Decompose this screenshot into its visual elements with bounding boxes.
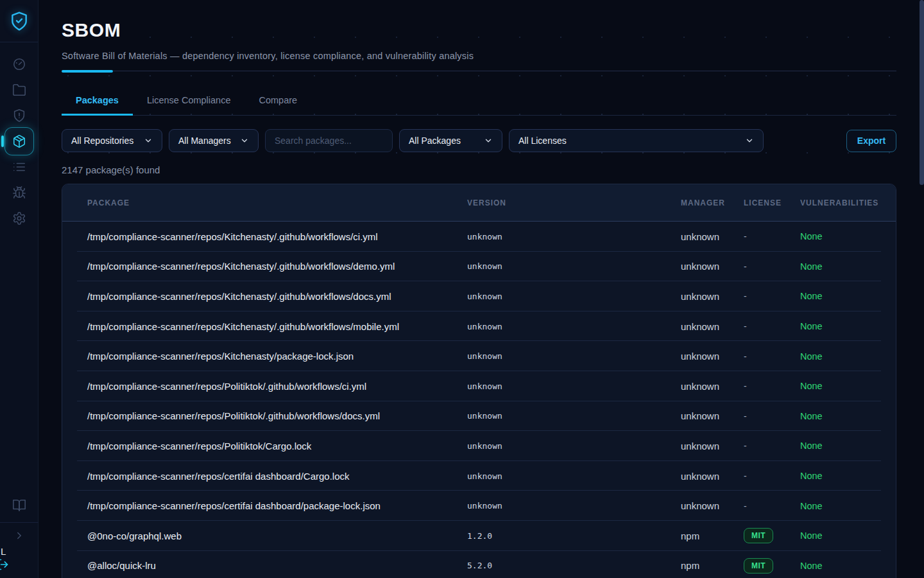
package-vulnerabilities: None [800, 231, 896, 241]
repositories-filter-select[interactable]: All Repositories [62, 129, 162, 152]
package-version: unknown [467, 292, 681, 301]
package-manager: unknown [681, 261, 744, 272]
repositories-filter-value: All Repositories [71, 136, 133, 146]
package-vulnerabilities: None [800, 441, 896, 451]
sidebar-item-dashboard[interactable] [0, 51, 38, 77]
table-row: /tmp/compliance-scanner/repos/Kitchenast… [62, 341, 896, 371]
chevron-down-icon [745, 136, 754, 145]
package-license: - [744, 501, 800, 511]
package-license: - [744, 471, 800, 481]
chevron-down-icon [144, 136, 153, 145]
column-header-manager: MANAGER [681, 198, 744, 207]
package-manager: npm [681, 560, 744, 571]
app-logo[interactable] [0, 0, 38, 42]
column-header-license: LICENSE [744, 198, 800, 207]
sidebar-item-vulnerabilities[interactable] [0, 103, 38, 128]
package-license: - [744, 321, 800, 331]
vertical-scrollbar-thumb[interactable] [920, 0, 924, 185]
package-manager: npm [681, 530, 744, 541]
list-icon [12, 160, 26, 174]
packages-filter-value: All Packages [409, 136, 461, 146]
shield-check-icon [9, 11, 30, 31]
package-license: MIT [744, 528, 800, 543]
gauge-icon [12, 57, 26, 71]
table-row: /tmp/compliance-scanner/repos/Politiktok… [62, 431, 896, 461]
license-badge: MIT [744, 528, 773, 543]
package-vulnerabilities: None [800, 381, 896, 391]
tab-packages[interactable]: Packages [62, 95, 133, 116]
sidebar-item-docs[interactable] [0, 493, 38, 518]
package-path: /tmp/compliance-scanner/repos/certifai d… [62, 500, 467, 511]
shield-alert-icon [12, 109, 26, 123]
sidebar-collapse-button[interactable] [0, 524, 38, 547]
package-path: /tmp/compliance-scanner/repos/Politiktok… [62, 381, 467, 392]
package-license: - [744, 381, 800, 391]
package-path: /tmp/compliance-scanner/repos/Kitchenast… [62, 231, 467, 242]
table-row: @0no-co/graphql.web 1.2.0 npm MIT None [62, 521, 896, 551]
main-content: SBOM Software Bill of Materials — depend… [38, 0, 924, 578]
column-header-package: PACKAGE [62, 198, 467, 207]
table-row: /tmp/compliance-scanner/repos/Kitchenast… [62, 252, 896, 282]
tab-compare[interactable]: Compare [245, 95, 312, 116]
sidebar-item-settings[interactable] [0, 206, 38, 231]
package-manager: unknown [681, 291, 744, 302]
package-vulnerabilities: None [800, 501, 896, 511]
package-vulnerabilities: None [800, 471, 896, 481]
sidebar: L [0, 0, 38, 578]
package-license: - [744, 351, 800, 362]
sidebar-item-audit-list[interactable] [0, 154, 38, 180]
logout-icon[interactable] [0, 558, 9, 571]
table-row: /tmp/compliance-scanner/repos/certifai d… [62, 461, 896, 491]
package-version: unknown [467, 471, 681, 481]
table-row: /tmp/compliance-scanner/repos/Politiktok… [62, 371, 896, 401]
licenses-filter-select[interactable]: All Licenses [509, 129, 764, 152]
sidebar-nav [0, 51, 38, 231]
managers-filter-select[interactable]: All Managers [169, 129, 259, 152]
package-version: unknown [467, 411, 681, 421]
package-vulnerabilities: None [800, 351, 896, 362]
package-license: - [744, 231, 800, 241]
export-button[interactable]: Export [846, 130, 896, 152]
search-input[interactable] [265, 129, 393, 152]
package-vulnerabilities: None [800, 530, 896, 541]
chevron-down-icon [484, 136, 493, 145]
sidebar-item-sbom[interactable] [0, 127, 38, 155]
license-badge: MIT [744, 558, 773, 574]
table-row: /tmp/compliance-scanner/repos/certifai d… [62, 491, 896, 521]
package-version: unknown [467, 351, 681, 361]
package-manager: unknown [681, 351, 744, 362]
package-vulnerabilities: None [800, 261, 896, 272]
licenses-filter-value: All Licenses [518, 136, 567, 146]
package-path: /tmp/compliance-scanner/repos/Politiktok… [62, 441, 467, 451]
package-version: unknown [467, 501, 681, 511]
page-subtitle: Software Bill of Materials — dependency … [62, 51, 896, 61]
package-version: unknown [467, 261, 681, 271]
active-nav-highlight [4, 127, 34, 155]
gear-icon [12, 211, 26, 225]
packages-filter-select[interactable]: All Packages [399, 129, 502, 152]
package-version: unknown [467, 322, 681, 331]
package-manager: unknown [681, 410, 744, 421]
sidebar-overflow-area: L [0, 547, 38, 578]
tab-license-compliance[interactable]: License Compliance [133, 95, 245, 116]
table-row: /tmp/compliance-scanner/repos/Kitchenast… [62, 311, 896, 342]
sidebar-item-repositories[interactable] [0, 77, 38, 103]
package-manager: unknown [681, 231, 744, 242]
column-header-version: VERSION [467, 198, 681, 207]
package-manager: unknown [681, 471, 744, 482]
table-header-row: PACKAGE VERSION MANAGER LICENSE VULNERAB… [62, 184, 896, 222]
package-vulnerabilities: None [800, 411, 896, 421]
book-open-icon [12, 498, 26, 512]
package-version: 1.2.0 [467, 531, 681, 541]
sidebar-footer: L [0, 493, 38, 578]
chevron-down-icon [240, 136, 249, 145]
chevron-right-icon [13, 530, 25, 541]
package-license: MIT [744, 558, 800, 574]
page-title: SBOM [62, 19, 896, 41]
package-license: - [744, 291, 800, 301]
package-vulnerabilities: None [800, 291, 896, 301]
sidebar-item-issues[interactable] [0, 180, 38, 206]
package-version: unknown [467, 441, 681, 451]
package-license: - [744, 261, 800, 272]
overflow-label: L [1, 546, 6, 557]
